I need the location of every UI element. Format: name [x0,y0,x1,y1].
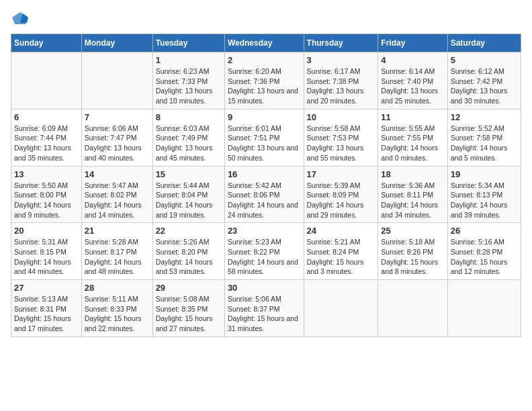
calendar-cell: 26Sunrise: 5:16 AMSunset: 8:28 PMDayligh… [447,223,521,280]
calendar-cell: 13Sunrise: 5:50 AMSunset: 8:00 PMDayligh… [11,166,82,223]
calendar-cell: 24Sunrise: 5:21 AMSunset: 8:24 PMDayligh… [304,223,378,280]
weekday-header-wednesday: Wednesday [224,34,304,52]
day-info: Sunrise: 6:09 AMSunset: 7:44 PMDaylight:… [14,124,79,163]
calendar-week-2: 6Sunrise: 6:09 AMSunset: 7:44 PMDaylight… [11,109,521,166]
day-info: Sunrise: 6:06 AMSunset: 7:47 PMDaylight:… [85,124,150,163]
weekday-header-thursday: Thursday [304,34,378,52]
day-info: Sunrise: 6:03 AMSunset: 7:49 PMDaylight:… [156,124,222,163]
day-info: Sunrise: 5:18 AMSunset: 8:26 PMDaylight:… [381,237,444,277]
day-info: Sunrise: 5:36 AMSunset: 8:11 PMDaylight:… [381,181,444,220]
day-number: 24 [307,226,375,236]
day-info: Sunrise: 5:44 AMSunset: 8:04 PMDaylight:… [156,181,222,220]
calendar-cell: 1Sunrise: 6:23 AMSunset: 7:33 PMDaylight… [152,52,224,109]
day-number: 3 [307,55,375,65]
day-info: Sunrise: 5:34 AMSunset: 8:13 PMDaylight:… [451,181,518,220]
calendar-cell: 12Sunrise: 5:52 AMSunset: 7:58 PMDayligh… [447,109,521,166]
calendar-cell: 18Sunrise: 5:36 AMSunset: 8:11 PMDayligh… [378,166,447,223]
day-info: Sunrise: 5:16 AMSunset: 8:28 PMDaylight:… [451,237,518,277]
calendar-cell: 6Sunrise: 6:09 AMSunset: 7:44 PMDaylight… [11,109,82,166]
weekday-header-sunday: Sunday [11,34,82,52]
calendar-week-5: 27Sunrise: 5:13 AMSunset: 8:31 PMDayligh… [11,280,521,337]
calendar-cell: 3Sunrise: 6:17 AMSunset: 7:38 PMDaylight… [304,52,378,109]
day-info: Sunrise: 6:14 AMSunset: 7:40 PMDaylight:… [381,66,444,106]
calendar-table: SundayMondayTuesdayWednesdayThursdayFrid… [11,34,521,337]
day-info: Sunrise: 6:12 AMSunset: 7:42 PMDaylight:… [451,66,518,106]
calendar-cell: 25Sunrise: 5:18 AMSunset: 8:26 PMDayligh… [378,223,447,280]
calendar-cell: 7Sunrise: 6:06 AMSunset: 7:47 PMDaylight… [81,109,152,166]
calendar-cell: 30Sunrise: 5:06 AMSunset: 8:37 PMDayligh… [224,280,304,337]
day-number: 12 [451,112,518,122]
day-number: 10 [307,112,375,122]
calendar-cell: 23Sunrise: 5:23 AMSunset: 8:22 PMDayligh… [224,223,304,280]
day-info: Sunrise: 5:52 AMSunset: 7:58 PMDaylight:… [451,124,518,163]
weekday-header-friday: Friday [378,34,447,52]
day-info: Sunrise: 5:26 AMSunset: 8:20 PMDaylight:… [156,237,222,277]
day-number: 18 [381,169,444,179]
calendar-cell: 22Sunrise: 5:26 AMSunset: 8:20 PMDayligh… [152,223,224,280]
day-info: Sunrise: 5:21 AMSunset: 8:24 PMDaylight:… [307,237,375,277]
calendar-cell: 17Sunrise: 5:39 AMSunset: 8:09 PMDayligh… [304,166,378,223]
calendar-cell: 15Sunrise: 5:44 AMSunset: 8:04 PMDayligh… [152,166,224,223]
day-number: 29 [156,283,222,293]
calendar-cell [447,280,521,337]
day-number: 28 [85,283,150,293]
day-number: 9 [228,112,301,122]
calendar-cell: 10Sunrise: 5:58 AMSunset: 7:53 PMDayligh… [304,109,378,166]
day-number: 4 [381,55,444,65]
weekday-header-saturday: Saturday [447,34,521,52]
calendar-cell: 20Sunrise: 5:31 AMSunset: 8:15 PMDayligh… [11,223,82,280]
day-number: 14 [85,169,150,179]
day-number: 27 [14,283,79,293]
day-number: 8 [156,112,222,122]
day-number: 6 [14,112,79,122]
day-info: Sunrise: 5:31 AMSunset: 8:15 PMDaylight:… [14,237,79,277]
calendar-cell: 5Sunrise: 6:12 AMSunset: 7:42 PMDaylight… [447,52,521,109]
calendar-cell: 9Sunrise: 6:01 AMSunset: 7:51 PMDaylight… [224,109,304,166]
day-info: Sunrise: 6:20 AMSunset: 7:36 PMDaylight:… [228,66,301,106]
day-info: Sunrise: 5:06 AMSunset: 8:37 PMDaylight:… [228,294,301,334]
calendar-cell [81,52,152,109]
calendar-cell [304,280,378,337]
calendar-cell: 14Sunrise: 5:47 AMSunset: 8:02 PMDayligh… [81,166,152,223]
day-info: Sunrise: 5:08 AMSunset: 8:35 PMDaylight:… [156,294,222,334]
calendar-cell: 4Sunrise: 6:14 AMSunset: 7:40 PMDaylight… [378,52,447,109]
calendar-cell: 19Sunrise: 5:34 AMSunset: 8:13 PMDayligh… [447,166,521,223]
day-number: 30 [228,283,301,293]
calendar-cell: 28Sunrise: 5:11 AMSunset: 8:33 PMDayligh… [81,280,152,337]
day-number: 26 [451,226,518,236]
day-info: Sunrise: 6:23 AMSunset: 7:33 PMDaylight:… [156,66,222,106]
day-number: 1 [156,55,222,65]
day-number: 11 [381,112,444,122]
day-number: 20 [14,226,79,236]
calendar-cell: 16Sunrise: 5:42 AMSunset: 8:06 PMDayligh… [224,166,304,223]
weekday-header-monday: Monday [81,34,152,52]
calendar-cell: 21Sunrise: 5:28 AMSunset: 8:17 PMDayligh… [81,223,152,280]
page-header [11,11,521,26]
day-info: Sunrise: 5:39 AMSunset: 8:09 PMDaylight:… [307,181,375,220]
day-info: Sunrise: 5:47 AMSunset: 8:02 PMDaylight:… [85,181,150,220]
day-number: 5 [451,55,518,65]
calendar-week-3: 13Sunrise: 5:50 AMSunset: 8:00 PMDayligh… [11,166,521,223]
day-number: 13 [14,169,79,179]
day-number: 19 [451,169,518,179]
day-info: Sunrise: 5:13 AMSunset: 8:31 PMDaylight:… [14,294,79,334]
calendar-week-4: 20Sunrise: 5:31 AMSunset: 8:15 PMDayligh… [11,223,521,280]
calendar-cell: 11Sunrise: 5:55 AMSunset: 7:55 PMDayligh… [378,109,447,166]
day-number: 16 [228,169,301,179]
day-number: 7 [85,112,150,122]
weekday-header-tuesday: Tuesday [152,34,224,52]
calendar-cell: 27Sunrise: 5:13 AMSunset: 8:31 PMDayligh… [11,280,82,337]
day-number: 2 [228,55,301,65]
day-info: Sunrise: 5:55 AMSunset: 7:55 PMDaylight:… [381,124,444,163]
day-number: 21 [85,226,150,236]
logo-icon [11,11,30,26]
calendar-cell: 8Sunrise: 6:03 AMSunset: 7:49 PMDaylight… [152,109,224,166]
day-info: Sunrise: 5:58 AMSunset: 7:53 PMDaylight:… [307,124,375,163]
calendar-cell: 29Sunrise: 5:08 AMSunset: 8:35 PMDayligh… [152,280,224,337]
day-info: Sunrise: 6:01 AMSunset: 7:51 PMDaylight:… [228,124,301,163]
day-number: 25 [381,226,444,236]
calendar-week-1: 1Sunrise: 6:23 AMSunset: 7:33 PMDaylight… [11,52,521,109]
day-info: Sunrise: 5:11 AMSunset: 8:33 PMDaylight:… [85,294,150,334]
day-number: 17 [307,169,375,179]
day-number: 22 [156,226,222,236]
